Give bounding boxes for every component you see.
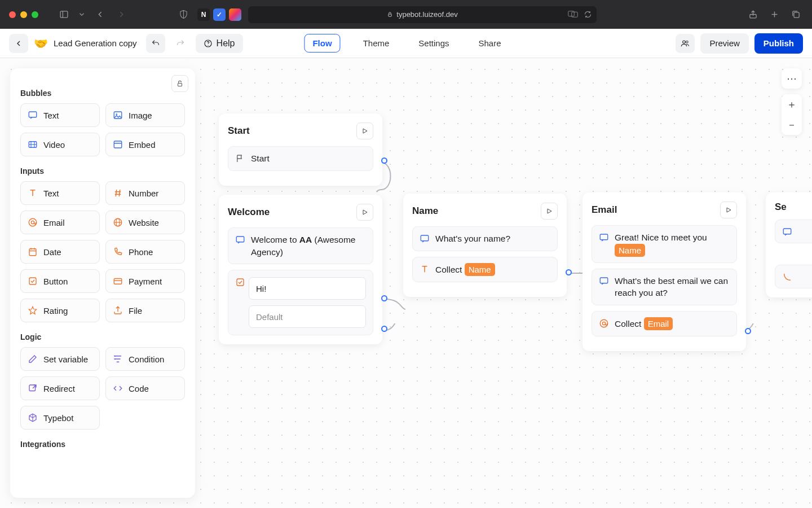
node-start[interactable]: Start Start [219,113,382,186]
step-message[interactable] [775,220,812,243]
members-button[interactable] [676,34,695,53]
maximize-window-icon[interactable] [32,11,38,18]
reload-icon[interactable] [584,10,592,19]
output-port[interactable] [566,269,572,275]
publish-button[interactable]: Publish [754,33,803,54]
node-title[interactable]: Email [592,204,617,216]
todo-badge-icon[interactable]: ✓ [213,8,226,21]
translate-icon[interactable] [568,10,578,18]
step-collect[interactable]: Collect Email [592,311,737,336]
block-image-bubble[interactable]: Image [105,103,185,127]
tabs-overview-icon[interactable] [788,7,803,22]
zoom-in-button[interactable]: ＋ [782,94,802,115]
svg-rect-0 [60,11,68,17]
block-payment-input[interactable]: Payment [105,269,185,293]
nav-settings[interactable]: Settings [412,35,456,51]
play-button[interactable] [356,122,373,139]
block-rating-input[interactable]: Rating [20,299,100,322]
choice-input[interactable] [249,277,366,300]
node-welcome[interactable]: Welcome Welcome to AA (Awesome Agency) D… [219,195,382,344]
nav-flow[interactable]: Flow [304,34,340,52]
flow-emoji[interactable]: 🤝 [34,37,48,50]
step-start[interactable]: Start [228,146,373,171]
svg-point-30 [29,218,37,226]
minimize-window-icon[interactable] [20,11,27,18]
zoom-out-button[interactable]: － [782,115,802,135]
svg-point-13 [686,41,689,43]
close-window-icon[interactable] [9,11,16,18]
help-button[interactable]: Help [196,34,243,53]
output-port-2[interactable] [381,326,387,332]
svg-rect-15 [29,112,37,117]
browser-chrome: N ✓ typebot.luizeof.dev [0,0,812,29]
block-video-bubble[interactable]: Video [20,133,100,156]
output-port[interactable] [745,328,751,334]
block-typebot[interactable]: Typebot [20,406,100,430]
variable-chip: Name [615,244,645,257]
output-port[interactable] [381,157,387,164]
block-code[interactable]: Code [105,376,185,400]
choice-default[interactable]: Default [249,305,366,328]
block-date-input[interactable]: Date [20,240,100,264]
url-text: typebot.luizeof.dev [396,10,457,19]
section-bubbles: Bubbles [20,89,185,98]
block-email-input[interactable]: Email [20,211,100,234]
chevron-down-icon[interactable] [78,7,86,22]
node-title[interactable]: Welcome [228,207,270,218]
block-phone-input[interactable]: Phone [105,240,185,264]
block-redirect[interactable]: Redirect [20,376,100,400]
share-icon[interactable] [745,7,760,22]
nav-share[interactable]: Share [472,35,508,51]
back-icon[interactable] [92,7,107,22]
block-website-input[interactable]: Website [105,211,185,234]
step-choice[interactable]: Default [228,270,373,335]
play-button[interactable] [720,202,737,218]
svg-rect-52 [783,229,791,234]
svg-rect-9 [793,12,798,17]
block-embed-bubble[interactable]: Embed [105,133,185,156]
sidebar-lock-button[interactable] [171,75,188,92]
shield-icon[interactable] [176,7,191,22]
node-name[interactable]: Name What's your name? Collect Name [403,194,567,297]
node-next[interactable]: Se [766,192,812,297]
svg-rect-45 [421,235,429,241]
node-title[interactable]: Name [412,205,438,217]
node-title[interactable]: Se [775,202,787,213]
play-button[interactable] [541,203,558,220]
app-header: 🤝 Lead Generation copy Help Flow Theme S… [0,29,812,58]
color-badge-icon[interactable] [229,8,241,21]
node-email[interactable]: Email Great! Nice to meet you Name What'… [582,192,746,351]
notion-badge-icon[interactable]: N [197,8,210,21]
block-button-input[interactable]: Button [20,269,100,293]
redo-button [171,34,190,53]
step-message-2[interactable]: What's the best email we can reach you a… [592,269,737,305]
block-condition[interactable]: Condition [105,347,185,371]
canvas[interactable]: ⋯ ＋ － Bubbles Text Image Video Embed Inp… [0,58,812,508]
back-button[interactable] [9,34,28,53]
svg-rect-43 [236,237,244,242]
block-text-input[interactable]: Text [20,181,100,205]
play-button[interactable] [356,204,373,221]
blocks-sidebar: Bubbles Text Image Video Embed Inputs Te… [10,68,195,498]
step-message[interactable]: What's your name? [412,226,558,251]
traffic-lights [9,11,38,18]
block-set-variable[interactable]: Set variable [20,347,100,371]
svg-rect-3 [389,14,392,16]
block-number-input[interactable]: Number [105,181,185,205]
new-tab-icon[interactable] [767,7,782,22]
step-collect[interactable] [775,265,812,288]
step-message[interactable]: Welcome to AA (Awesome Agency) [228,227,373,264]
output-port-1[interactable] [381,295,387,301]
step-message-1[interactable]: Great! Nice to meet you Name [592,225,737,263]
undo-button[interactable] [146,34,165,53]
block-file-input[interactable]: File [105,299,185,322]
flow-title[interactable]: Lead Generation copy [54,38,137,48]
more-options-button[interactable]: ⋯ [782,68,802,89]
node-title[interactable]: Start [228,125,250,137]
url-bar[interactable]: typebot.luizeof.dev [248,6,597,23]
step-collect[interactable]: Collect Name [412,257,558,282]
nav-theme[interactable]: Theme [356,35,396,51]
sidebar-toggle-icon[interactable] [56,7,71,22]
block-text-bubble[interactable]: Text [20,103,100,127]
preview-button[interactable]: Preview [700,33,748,54]
